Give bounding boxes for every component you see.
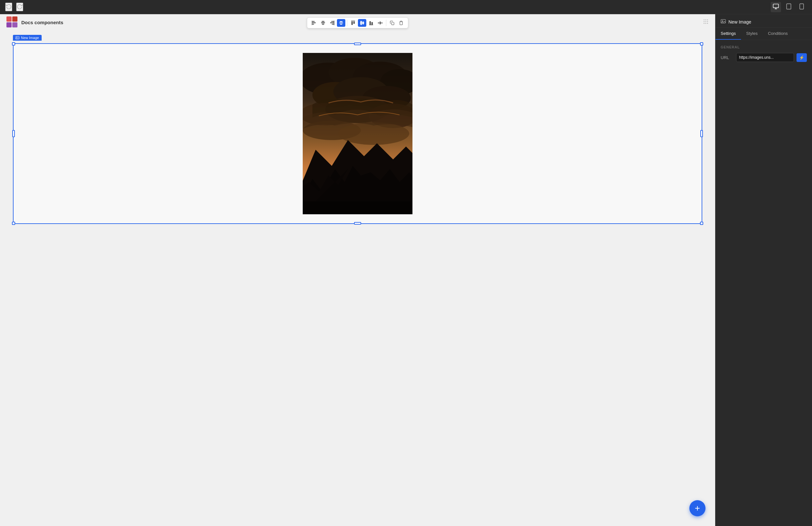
tab-settings[interactable]: Settings [715,28,741,40]
tab-styles[interactable]: Styles [741,28,763,40]
panel-header: New Image [715,14,812,28]
svg-rect-33 [369,21,371,25]
image-icon [15,36,19,40]
device-desktop-button[interactable] [771,2,781,12]
image-container [303,44,412,223]
svg-point-68 [722,21,723,21]
component-label: New Image [13,35,42,41]
align-top-button[interactable] [349,19,357,27]
svg-point-43 [707,19,708,20]
svg-point-45 [706,21,707,22]
svg-rect-27 [351,21,353,25]
svg-rect-40 [391,22,394,25]
align-center-button[interactable] [337,19,345,27]
svg-point-47 [704,23,705,24]
component-selection[interactable]: New Image [13,43,702,224]
svg-rect-12 [312,22,316,23]
svg-rect-13 [312,24,314,25]
svg-rect-24 [339,23,343,23]
svg-rect-34 [372,22,373,25]
svg-point-46 [707,21,708,22]
grid-button[interactable] [703,19,709,26]
undo-button[interactable] [5,3,12,11]
panel-tabs: Settings Styles Conditions [715,28,812,40]
resize-handle-tl[interactable] [12,42,15,45]
svg-rect-0 [773,4,779,8]
svg-rect-35 [378,22,379,24]
align-center-v-button[interactable] [358,19,366,27]
align-bottom-button[interactable] [367,19,375,27]
brand-icon [6,16,18,28]
resize-handle-bl[interactable] [12,222,15,225]
add-button[interactable]: + [690,500,706,516]
topbar [0,0,812,14]
redo-button[interactable] [16,3,23,11]
resize-handle-ml[interactable] [12,130,15,137]
align-left-button[interactable] [310,19,318,27]
svg-rect-8 [12,16,17,21]
svg-point-44 [704,21,705,22]
svg-rect-36 [379,21,381,25]
right-panel: New Image Settings Styles Conditions GEN… [715,14,812,526]
resize-handle-br[interactable] [700,222,703,225]
device-mobile-button[interactable] [797,2,807,12]
url-field-row: URL ⚡ [721,53,807,62]
svg-rect-25 [340,24,343,25]
svg-point-51 [16,37,17,38]
align-center-h-button[interactable] [319,19,327,27]
delete-button[interactable] [397,19,405,27]
align-right-button[interactable] [328,19,336,27]
url-input[interactable] [736,53,794,62]
device-switcher [771,2,807,12]
svg-rect-66 [303,201,412,214]
svg-point-48 [706,23,707,24]
svg-rect-14 [312,21,312,25]
tab-conditions[interactable]: Conditions [763,28,793,40]
svg-rect-22 [334,21,334,25]
distribute-button[interactable] [376,19,385,27]
svg-rect-20 [330,22,334,23]
svg-rect-37 [381,22,382,24]
resize-handle-tr[interactable] [700,42,703,45]
svg-rect-23 [340,21,343,22]
toolbar-wrapper [307,17,408,28]
section-general-label: GENERAL [721,45,807,49]
device-tablet-button[interactable] [784,2,794,12]
svg-rect-10 [12,22,17,27]
svg-rect-18 [323,21,323,25]
toolbar [307,17,408,28]
svg-rect-7 [6,16,12,21]
svg-rect-26 [351,21,355,21]
panel-icon [721,19,726,25]
svg-rect-19 [331,21,334,22]
svg-rect-28 [353,21,355,24]
url-label: URL [721,55,734,60]
lightning-button[interactable]: ⚡ [797,53,807,62]
svg-rect-21 [332,24,334,25]
svg-point-41 [704,19,705,20]
svg-rect-31 [360,23,364,23]
svg-rect-9 [6,22,12,27]
sunset-image [303,53,412,214]
svg-rect-11 [312,21,315,22]
panel-content: GENERAL URL ⚡ [715,40,812,526]
brand-name: Docs components [21,20,63,25]
brand-logo: Docs components [6,16,63,28]
resize-handle-mr[interactable] [700,130,703,137]
svg-point-49 [707,23,708,24]
canvas-area: Docs components [0,14,715,526]
main-layout: Docs components [0,14,812,526]
svg-rect-32 [369,25,373,25]
copy-button[interactable] [388,19,396,27]
svg-point-42 [706,19,707,20]
canvas-content: New Image [0,30,715,526]
panel-title: New Image [728,19,751,25]
